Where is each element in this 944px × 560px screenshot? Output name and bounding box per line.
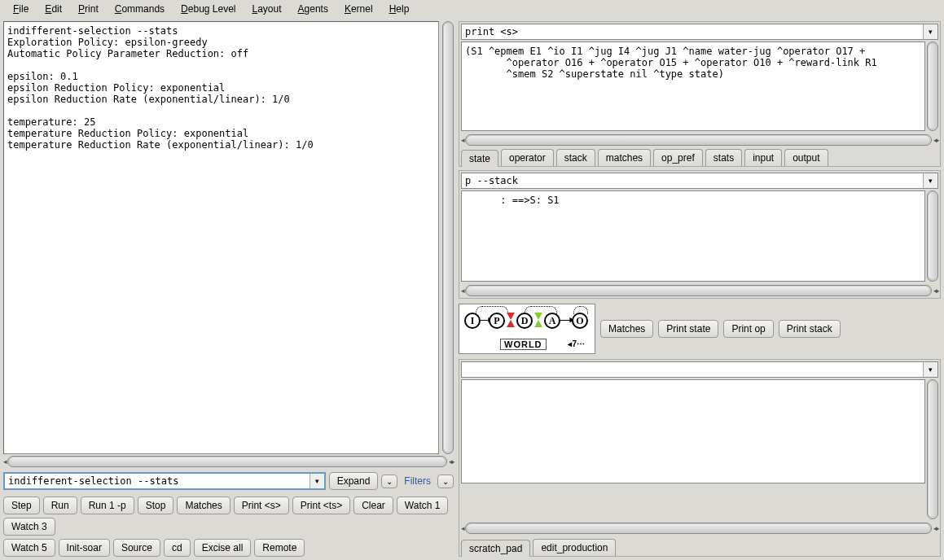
chevron-down-icon[interactable]: ▾ [923,24,937,39]
scratch-output[interactable] [461,379,925,483]
phase-p-icon: P [489,313,505,329]
scratch-select[interactable]: ▾ [461,361,938,378]
cycle-count: ◂7⋯ [568,339,585,348]
watch1-button[interactable]: Watch 1 [397,497,449,514]
step-button[interactable]: Step [3,497,40,514]
scroll-left-icon[interactable]: ◂ [461,287,463,295]
menu-edit[interactable]: Edit [37,2,70,16]
prints-button[interactable]: Print <s> [234,497,289,514]
stop-button[interactable]: Stop [138,497,174,514]
phase-d-icon: D [516,313,533,329]
state-panel: print <s> ▾ (S1 ^epmem E1 ^io I1 ^jug I4… [459,21,941,167]
scroll-left-icon[interactable]: ◂ [461,136,463,144]
menu-file[interactable]: File [5,2,37,16]
tab-edit-production[interactable]: edit_production [533,539,616,556]
tab-stats[interactable]: stats [705,149,742,166]
hourglass-red-icon [507,313,515,327]
diagram-matches-button[interactable]: Matches [600,320,653,338]
initsoar-button[interactable]: Init-soar [59,539,110,557]
console-output: indifferent-selection --stats Exploratio… [3,21,439,454]
dropdown-button-1[interactable]: ⌄ [381,475,397,488]
menu-print[interactable]: Print [70,2,107,16]
chevron-down-icon[interactable]: ▾ [923,362,937,377]
filters-label[interactable]: Filters [401,475,434,487]
tab-output[interactable]: output [784,149,828,166]
command-input-combo[interactable]: ▾ [3,472,326,490]
tab-op-pref[interactable]: op_pref [653,149,703,166]
horizontal-scrollbar[interactable] [465,523,932,534]
world-label: WORLD [500,339,547,350]
diagram-printstate-button[interactable]: Print state [658,320,718,338]
tab-matches[interactable]: matches [598,149,651,166]
state-tabs: state operator stack matches op_pref sta… [459,149,940,166]
tab-input[interactable]: input [744,149,782,166]
state-output: (S1 ^epmem E1 ^io I1 ^jug I4 ^jug J1 ^na… [461,42,925,131]
stack-panel: p --stack ▾ : ==>S: S1 ◂ ◂▸ [459,170,941,299]
menu-layout[interactable]: Layout [244,2,290,16]
remote-button[interactable]: Remote [254,539,305,557]
scroll-right-icon[interactable]: ◂▸ [933,287,938,295]
chevron-down-icon[interactable]: ▾ [923,173,937,188]
chevron-down-icon[interactable]: ▾ [310,474,324,488]
run1p-button[interactable]: Run 1 -p [81,497,134,514]
scratch-tabs: scratch_pad edit_production [459,539,940,556]
run-button[interactable]: Run [43,497,77,514]
vertical-scrollbar[interactable] [442,21,454,454]
scratch-panel: ▾ ◂ ◂▸ scratch_pad edit_production [459,359,941,557]
command-input[interactable] [5,474,310,488]
tab-operator[interactable]: operator [501,149,554,166]
menu-bar: File Edit Print Commands Debug Level Lay… [0,0,944,18]
diagram-printstack-button[interactable]: Print stack [779,320,841,338]
menu-kernel[interactable]: Kernel [336,2,381,16]
menu-help[interactable]: Help [381,2,418,16]
horizontal-scrollbar[interactable] [7,456,447,467]
horizontal-scrollbar[interactable] [465,134,932,146]
diagram-printop-button[interactable]: Print op [723,320,773,338]
tab-state[interactable]: state [461,150,498,167]
dropdown-button-2[interactable]: ⌄ [437,475,454,488]
vertical-scrollbar[interactable] [927,379,938,519]
menu-debug-level[interactable]: Debug Level [173,2,244,16]
source-button[interactable]: Source [113,539,160,557]
exciseall-button[interactable]: Excise all [194,539,252,557]
expand-button[interactable]: Expand [329,472,379,490]
cd-button[interactable]: cd [164,539,191,557]
hourglass-green-icon [534,313,542,327]
scroll-right-icon[interactable]: ◂▸ [449,457,454,466]
scroll-left-icon[interactable]: ◂ [3,457,6,466]
vertical-scrollbar[interactable] [927,190,938,282]
stack-output: : ==>S: S1 [461,190,925,282]
decision-cycle-diagram: I P D A O WORLD ◂7⋯ [459,304,595,354]
matches-button[interactable]: Matches [177,497,230,514]
phase-a-icon: A [544,313,560,329]
vertical-scrollbar[interactable] [927,42,938,131]
phase-i-icon: I [464,313,481,329]
tab-stack[interactable]: stack [556,149,595,166]
stack-command-select[interactable]: p --stack ▾ [461,173,938,189]
clear-button[interactable]: Clear [353,497,393,514]
printts-button[interactable]: Print <ts> [292,497,350,514]
command-buttons: Step Run Run 1 -p Stop Matches Print <s>… [3,497,454,557]
scroll-left-icon[interactable]: ◂ [461,524,463,532]
watch5-button[interactable]: Watch 5 [3,539,55,557]
horizontal-scrollbar[interactable] [465,285,932,296]
phase-o-icon: O [572,313,588,329]
menu-commands[interactable]: Commands [107,2,173,16]
scroll-right-icon[interactable]: ◂▸ [933,136,938,144]
watch3-button[interactable]: Watch 3 [3,518,55,536]
scroll-right-icon[interactable]: ◂▸ [933,524,938,532]
state-command-select[interactable]: print <s> ▾ [461,24,938,40]
tab-scratch-pad[interactable]: scratch_pad [461,540,530,557]
menu-agents[interactable]: Agents [290,2,336,16]
